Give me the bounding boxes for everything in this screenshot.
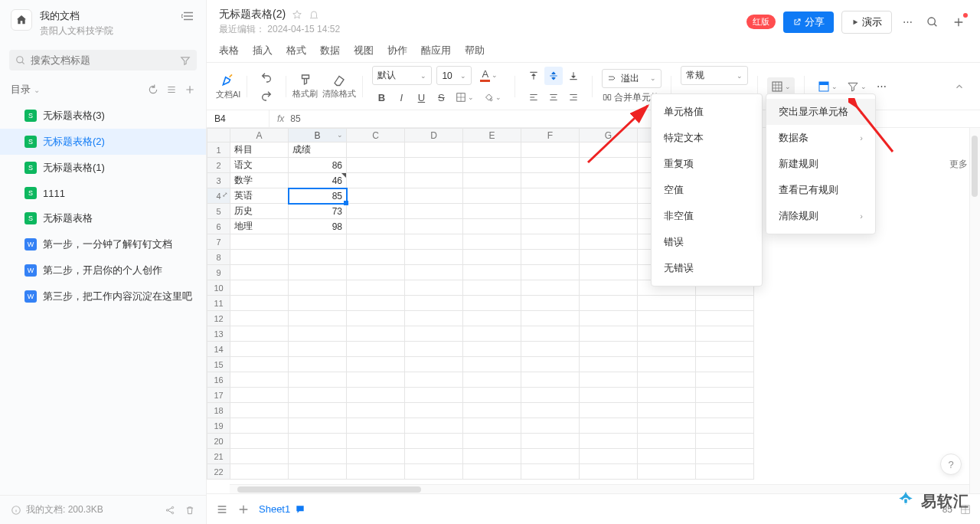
font-family-select[interactable]: 默认⌄ (372, 66, 432, 85)
cell[interactable] (463, 204, 521, 219)
cell[interactable] (638, 357, 696, 372)
row-header[interactable]: 14 (207, 342, 230, 357)
help-button[interactable]: ? (940, 454, 962, 475)
cell[interactable] (289, 342, 347, 357)
row-header[interactable]: 15 (207, 357, 230, 372)
cell[interactable] (405, 388, 463, 403)
cell[interactable] (463, 219, 521, 234)
cell[interactable] (521, 142, 580, 158)
cell[interactable]: 46 (289, 173, 347, 188)
cell[interactable] (230, 234, 289, 250)
menu-item[interactable]: 新建规则 (766, 151, 875, 177)
column-header[interactable]: F (521, 129, 580, 142)
row-header[interactable]: 4⤢ (207, 188, 230, 204)
cell[interactable] (405, 234, 463, 250)
horizontal-scrollbar[interactable] (230, 484, 969, 493)
row-header[interactable]: 9 (207, 265, 230, 280)
cell[interactable] (347, 158, 405, 173)
cell[interactable] (696, 326, 754, 342)
row-header[interactable]: 11 (207, 296, 230, 311)
cell[interactable]: 86 (289, 158, 347, 173)
select-all-corner[interactable] (207, 129, 230, 142)
cell[interactable] (347, 403, 405, 418)
search-box[interactable] (9, 50, 197, 70)
cell[interactable] (463, 250, 521, 265)
cell[interactable] (463, 434, 521, 449)
cell[interactable] (696, 403, 754, 418)
cell[interactable] (405, 296, 463, 311)
strike-button[interactable]: S (432, 88, 450, 106)
menu-item[interactable]: 数据条› (766, 125, 875, 151)
cell[interactable] (580, 204, 638, 219)
cell[interactable] (463, 418, 521, 434)
more-button[interactable]: ⋯ (900, 13, 916, 31)
row-header[interactable]: 19 (207, 418, 230, 434)
cell[interactable] (580, 357, 638, 372)
cell[interactable] (405, 142, 463, 158)
cell[interactable] (638, 372, 696, 388)
search-doc-button[interactable] (923, 13, 942, 31)
cell[interactable] (230, 280, 289, 296)
formula-bar[interactable]: 85 (290, 113, 300, 124)
cell[interactable] (347, 188, 405, 204)
cell[interactable] (521, 342, 580, 357)
row-header[interactable]: 5 (207, 204, 230, 219)
cell[interactable] (347, 372, 405, 388)
cell[interactable] (696, 449, 754, 464)
cell[interactable] (463, 403, 521, 418)
cell[interactable] (580, 449, 638, 464)
cell[interactable]: 历史 (230, 204, 289, 219)
cell[interactable] (405, 219, 463, 234)
cell[interactable] (463, 357, 521, 372)
column-header[interactable]: D (405, 129, 463, 142)
cell[interactable] (580, 173, 638, 188)
cell[interactable] (638, 326, 696, 342)
trash-button[interactable] (185, 505, 195, 516)
row-header[interactable]: 21 (207, 449, 230, 464)
cell[interactable] (347, 418, 405, 434)
cell[interactable]: 98 (289, 219, 347, 234)
cell[interactable] (405, 464, 463, 480)
cell[interactable] (289, 388, 347, 403)
cell[interactable] (405, 280, 463, 296)
cell[interactable] (521, 158, 580, 173)
cell[interactable]: 地理 (230, 219, 289, 234)
cell[interactable] (463, 158, 521, 173)
conditional-format-button[interactable]: ⌄ (767, 77, 795, 96)
cell[interactable] (405, 372, 463, 388)
cell[interactable] (521, 357, 580, 372)
column-header[interactable]: B⌄ (289, 129, 347, 142)
font-size-select[interactable]: 10⌄ (436, 66, 472, 85)
cell[interactable] (230, 342, 289, 357)
menu-数据[interactable]: 数据 (320, 44, 340, 57)
cell[interactable] (580, 188, 638, 204)
cell[interactable] (638, 403, 696, 418)
menu-item[interactable]: 无错误 (652, 255, 762, 281)
cell[interactable] (580, 434, 638, 449)
cell[interactable] (521, 403, 580, 418)
cell[interactable] (580, 296, 638, 311)
sidebar-item[interactable]: W第三步，把工作内容沉淀在这里吧 (0, 283, 206, 309)
cell[interactable] (405, 418, 463, 434)
cell[interactable] (347, 464, 405, 480)
cell[interactable] (347, 204, 405, 219)
menu-表格[interactable]: 表格 (219, 44, 239, 57)
cell[interactable] (463, 342, 521, 357)
cell[interactable] (521, 418, 580, 434)
cell[interactable] (230, 434, 289, 449)
cell[interactable] (405, 188, 463, 204)
cell[interactable] (638, 464, 696, 480)
row-header[interactable]: 10 (207, 280, 230, 296)
doc-title[interactable]: 无标题表格(2) (219, 8, 286, 21)
cell[interactable] (463, 372, 521, 388)
cell[interactable]: 科目 (230, 142, 289, 158)
cell[interactable] (521, 173, 580, 188)
fill-color-button[interactable]: ⌄ (479, 88, 505, 106)
cell[interactable] (463, 449, 521, 464)
cell[interactable] (580, 326, 638, 342)
cell[interactable] (638, 296, 696, 311)
cell[interactable] (230, 296, 289, 311)
cell[interactable] (347, 311, 405, 326)
row-header[interactable]: 22 (207, 464, 230, 480)
filter-button[interactable]: ⌄ (843, 77, 871, 96)
